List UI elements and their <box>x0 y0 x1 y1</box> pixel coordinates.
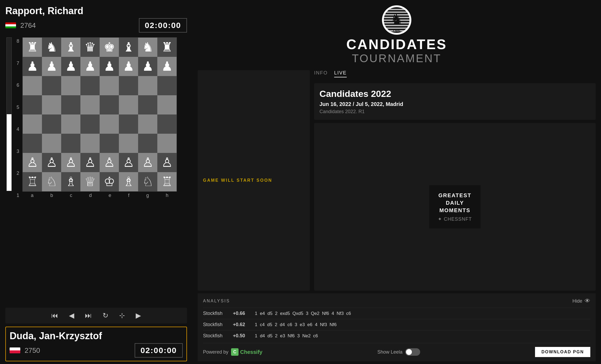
candidates-title: CANDIDATES <box>346 37 447 52</box>
square-c1[interactable]: ♗ <box>61 172 80 191</box>
square-a5[interactable] <box>23 95 42 114</box>
square-c8[interactable]: ♝ <box>61 38 80 57</box>
chessboard: ♜ ♞ ♝ ♛ ♚ ♝ ♞ ♜ ♟ ♟ ♟ ♟ <box>22 37 177 199</box>
square-b3[interactable] <box>42 134 61 153</box>
square-f1[interactable]: ♗ <box>119 172 138 191</box>
square-h1[interactable]: ♖ <box>157 172 177 191</box>
player-top-name: Rapport, Richard <box>5 5 187 17</box>
square-e4[interactable] <box>100 114 119 134</box>
square-e5[interactable] <box>100 95 119 114</box>
svg-rect-2 <box>383 9 410 10</box>
player-top-timer: 02:00:00 <box>139 18 187 33</box>
square-e1[interactable]: ♔ <box>100 172 119 191</box>
square-g2[interactable]: ♙ <box>138 153 157 172</box>
square-d1[interactable]: ♕ <box>80 172 100 191</box>
square-h7[interactable]: ♟ <box>157 57 177 76</box>
square-d2[interactable]: ♙ <box>80 153 100 172</box>
left-panel: Rapport, Richard 2764 02:00:00 8 7 <box>0 0 192 364</box>
square-h6[interactable] <box>157 76 177 95</box>
square-f3[interactable] <box>119 134 138 153</box>
hide-button[interactable]: Hide 👁 <box>572 298 590 304</box>
download-pgn-button[interactable]: DOWNLOAD PGN <box>535 347 590 357</box>
rotate-button[interactable]: ↻ <box>103 311 108 320</box>
player-top-flag <box>5 22 16 28</box>
square-b5[interactable] <box>42 95 61 114</box>
square-b7[interactable]: ♟ <box>42 57 61 76</box>
board-col: 8 7 6 5 4 3 2 1 ♜ ♞ ♝ <box>15 37 177 304</box>
analysis-footer: Powered by C Chessify Show Leela DOWNLOA… <box>203 343 590 357</box>
fide-logo: ♞ FIDE <box>382 5 411 35</box>
square-d8[interactable]: ♛ <box>80 38 100 57</box>
file-labels: a b c d e f g h <box>22 192 177 199</box>
square-d5[interactable] <box>80 95 100 114</box>
square-f6[interactable] <box>119 76 138 95</box>
square-h2[interactable]: ♙ <box>157 153 177 172</box>
square-c5[interactable] <box>61 95 80 114</box>
square-d7[interactable]: ♟ <box>80 57 100 76</box>
tournament-info-card: Candidates 2022 Jun 16, 2022 / Jul 5, 20… <box>314 83 596 120</box>
square-a4[interactable] <box>23 114 42 134</box>
last-move-button[interactable]: ▶ <box>136 311 141 320</box>
tab-info[interactable]: INFO <box>314 70 328 77</box>
square-h4[interactable] <box>157 114 177 134</box>
cursor-button[interactable]: ⊹ <box>119 311 125 320</box>
player-bottom-timer: 02:00:00 <box>135 343 183 358</box>
engine-3: Stockfish <box>203 333 230 339</box>
prev-move-button[interactable]: ◀ <box>69 311 74 320</box>
moves-1: 1 e4 d5 2 exd5 Qxd5 3 Qe2 Nf6 4 Nf3 c6 <box>255 311 590 316</box>
moves-2: 1 c4 d5 2 d4 c6 3 e3 e6 4 Nf3 Nf6 <box>255 322 590 327</box>
square-e2[interactable]: ♙ <box>100 153 119 172</box>
square-g4[interactable] <box>138 114 157 134</box>
engine-2: Stockfish <box>203 322 230 327</box>
chessnft-text: GREATEST DAILY MOMENTS <box>438 192 472 214</box>
fide-logo-svg: ♞ FIDE <box>383 7 410 33</box>
square-g8[interactable]: ♞ <box>138 38 157 57</box>
leela-toggle[interactable] <box>405 348 420 356</box>
square-g1[interactable]: ♘ <box>138 172 157 191</box>
square-b2[interactable]: ♙ <box>42 153 61 172</box>
square-f2[interactable]: ♙ <box>119 153 138 172</box>
next-variant-button[interactable]: ⏭ <box>85 311 92 320</box>
square-h5[interactable] <box>157 95 177 114</box>
square-f4[interactable] <box>119 114 138 134</box>
eval-bar <box>6 37 12 191</box>
square-h3[interactable] <box>157 134 177 153</box>
rank-labels: 8 7 6 5 4 3 2 1 <box>15 37 22 199</box>
square-f8[interactable]: ♝ <box>119 38 138 57</box>
square-a6[interactable] <box>23 76 42 95</box>
square-b1[interactable]: ♘ <box>42 172 61 191</box>
square-d3[interactable] <box>80 134 100 153</box>
square-h8[interactable]: ♜ <box>157 38 177 57</box>
square-g3[interactable] <box>138 134 157 153</box>
svg-text:FIDE: FIDE <box>393 28 400 32</box>
square-a2[interactable]: ♙ <box>23 153 42 172</box>
square-a8[interactable]: ♜ <box>23 38 42 57</box>
square-b8[interactable]: ♞ <box>42 38 61 57</box>
square-e8[interactable]: ♚ <box>100 38 119 57</box>
square-a1[interactable]: ♖ <box>23 172 42 191</box>
square-d4[interactable] <box>80 114 100 134</box>
square-e6[interactable] <box>100 76 119 95</box>
square-g6[interactable] <box>138 76 157 95</box>
first-move-button[interactable]: ⏮ <box>51 311 58 320</box>
board-container: 8 7 6 5 4 3 2 1 ♜ ♞ ♝ <box>5 37 187 304</box>
square-b4[interactable] <box>42 114 61 134</box>
square-c4[interactable] <box>61 114 80 134</box>
square-g5[interactable] <box>138 95 157 114</box>
square-b6[interactable] <box>42 76 61 95</box>
square-c2[interactable]: ♙ <box>61 153 80 172</box>
square-a3[interactable] <box>23 134 42 153</box>
square-e7[interactable]: ♟ <box>100 57 119 76</box>
tournament-info-title: Candidates 2022 <box>319 89 590 99</box>
square-d6[interactable] <box>80 76 100 95</box>
square-f5[interactable] <box>119 95 138 114</box>
square-a7[interactable]: ♟ <box>23 57 42 76</box>
square-c6[interactable] <box>61 76 80 95</box>
square-c7[interactable]: ♟ <box>61 57 80 76</box>
square-c3[interactable] <box>61 134 80 153</box>
square-g7[interactable]: ♟ <box>138 57 157 76</box>
tournament-title: TOURNAMENT <box>352 52 442 65</box>
square-f7[interactable]: ♟ <box>119 57 138 76</box>
square-e3[interactable] <box>100 134 119 153</box>
tab-live[interactable]: LIVE <box>334 70 347 77</box>
